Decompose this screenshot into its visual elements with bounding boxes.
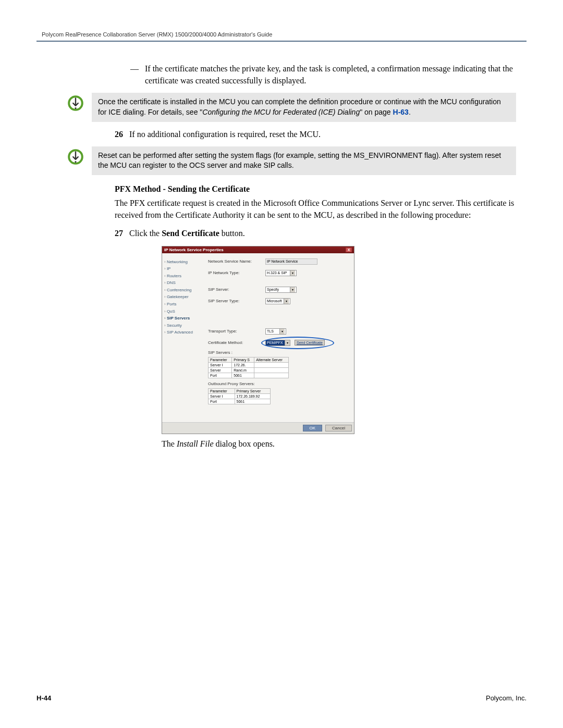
- table-row: Port5061: [209, 399, 271, 404]
- dropdown-sip-server[interactable]: Specify▾: [265, 287, 297, 293]
- step27-c: button.: [219, 229, 245, 238]
- button-bar: OK Cancel: [162, 422, 354, 434]
- note1-suffix: " on page: [360, 108, 393, 116]
- note1-end: .: [409, 108, 411, 116]
- sip-servers-table: Parameter Primary S Alternate Server Ser…: [208, 357, 289, 378]
- footer-org: Polycom, Inc.: [486, 694, 527, 702]
- dash-marker: —: [130, 63, 145, 87]
- note2-text: Reset can be performed after setting the…: [92, 146, 516, 175]
- outbound-table: Parameter Primary Server Server I172.26.…: [208, 388, 271, 404]
- dialog-window: IP Network Service Properties X Networki…: [162, 246, 354, 434]
- tree-item-selected[interactable]: SIP Servers: [164, 315, 201, 322]
- outbound-subhead: Outbound Proxy Servers:: [208, 381, 349, 386]
- step-number: 26: [83, 128, 129, 140]
- header-rule: [36, 41, 527, 42]
- page-number: H-44: [36, 694, 51, 702]
- cancel-button[interactable]: Cancel: [325, 425, 352, 431]
- note-icon: [63, 93, 89, 112]
- step27-b: Send Certificate: [162, 229, 219, 238]
- note1-link[interactable]: H-63: [393, 108, 409, 116]
- label-transport: Transport Type:: [208, 329, 265, 334]
- field-svc-name: IP Network Service: [265, 258, 317, 265]
- window-title: IP Network Service Properties: [164, 248, 224, 252]
- doc-header: Polycom RealPresence Collaboration Serve…: [36, 31, 527, 38]
- tree-item[interactable]: Gatekeeper: [164, 293, 201, 301]
- note-block-1: Once the certificate is installed in the…: [63, 93, 516, 121]
- dash-item: — If the certificate matches the private…: [83, 63, 516, 87]
- tree-item[interactable]: Routers: [164, 273, 201, 280]
- nav-tree: Networking IP Routers DNS Conferencing G…: [162, 253, 203, 422]
- dropdown-net-type[interactable]: H.323 & SIP▾: [265, 270, 297, 276]
- tree-item[interactable]: IP: [164, 265, 201, 273]
- table-row: Server I172.26.: [209, 362, 289, 367]
- label-net-type: IP Network Type:: [208, 270, 265, 275]
- note-icon: [63, 146, 89, 165]
- section-para: The PFX certificate request is created i…: [115, 197, 516, 221]
- form-panel: Network Service Name: IP Network Service…: [203, 253, 354, 422]
- tree-item[interactable]: Networking: [164, 258, 201, 266]
- note1-italic: Configuring the MCU for Federated (ICE) …: [202, 108, 360, 116]
- tree-item[interactable]: DNS: [164, 279, 201, 287]
- sip-servers-subhead: SIP Servers :: [208, 350, 349, 355]
- step-number: 27: [83, 227, 129, 239]
- send-certificate-button[interactable]: Send Certificate: [295, 340, 325, 346]
- chevron-down-icon: ▾: [279, 329, 285, 334]
- chevron-down-icon: ▾: [290, 270, 295, 276]
- label-svc-name: Network Service Name:: [208, 259, 265, 264]
- step-26: 26 If no additional configuration is req…: [83, 128, 516, 140]
- chevron-down-icon: ▾: [290, 287, 295, 292]
- dropdown-sip-type[interactable]: Microsoft▾: [265, 298, 290, 304]
- note-block-2: Reset can be performed after setting the…: [63, 146, 516, 175]
- label-cert-method: Certificate Method:: [208, 340, 265, 345]
- tree-item[interactable]: SIP Advanced: [164, 329, 201, 336]
- section-title: PFX Method - Sending the Certificate: [115, 184, 516, 194]
- title-bar: IP Network Service Properties X: [162, 246, 354, 253]
- chevron-down-icon: ▾: [284, 299, 289, 304]
- tree-item[interactable]: Ports: [164, 301, 201, 308]
- step27-a: Click the: [129, 229, 162, 238]
- page-footer: H-44 Polycom, Inc.: [36, 694, 527, 702]
- tree-item[interactable]: Security: [164, 322, 201, 329]
- tree-item[interactable]: Conferencing: [164, 287, 201, 294]
- step-text: If no additional configuration is requir…: [129, 128, 516, 140]
- svg-point-1: [75, 107, 76, 109]
- tree-item[interactable]: QoS: [164, 308, 201, 315]
- table-row: Port5061: [209, 373, 289, 378]
- table-row: ServerRand.m: [209, 367, 289, 373]
- chevron-down-icon: ▾: [285, 340, 290, 346]
- label-sip-server: SIP Server:: [208, 287, 265, 292]
- dropdown-cert-method[interactable]: PEM/PFX▾: [265, 340, 290, 346]
- dash-text: If the certificate matches the private k…: [145, 63, 516, 87]
- close-icon[interactable]: X: [346, 248, 352, 252]
- step-27: 27 Click the Send Certificate button.: [83, 227, 516, 239]
- dropdown-transport[interactable]: TLS▾: [265, 328, 286, 335]
- ok-button[interactable]: OK: [303, 425, 323, 431]
- result-italic: Install File: [177, 439, 214, 448]
- result-line: The Install File dialog box opens.: [162, 439, 516, 449]
- svg-point-3: [75, 161, 76, 163]
- table-row: Server I172.26.189.92: [209, 393, 271, 399]
- label-sip-type: SIP Server Type:: [208, 299, 265, 303]
